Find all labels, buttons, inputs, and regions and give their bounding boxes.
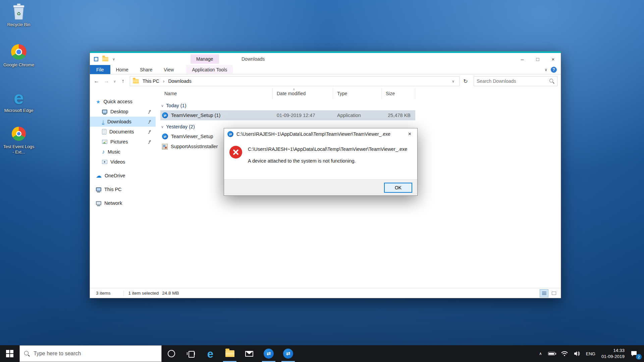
up-button[interactable]: ↑	[118, 76, 127, 86]
ok-button[interactable]: OK	[384, 183, 412, 193]
mail-icon	[245, 351, 253, 357]
sidebar-item-this-pc[interactable]: This PC	[90, 184, 156, 194]
sidebar-item-label: Videos	[110, 159, 125, 165]
properties-icon[interactable]	[94, 57, 98, 61]
minimize-button[interactable]: –	[515, 53, 530, 65]
sidebar-item-desktop[interactable]: Desktop	[90, 107, 156, 117]
customize-qat-chevron-icon[interactable]: ∨	[112, 57, 115, 61]
error-icon	[229, 146, 242, 159]
chevron-down-icon: ∨	[161, 104, 164, 108]
language-indicator[interactable]: ENG	[583, 345, 598, 362]
close-button[interactable]: ×	[545, 53, 561, 65]
videos-icon	[102, 160, 107, 164]
dialog-close-icon[interactable]: ×	[402, 128, 417, 140]
desktop-icon-microsoft-edge[interactable]: e Microsoft Edge	[3, 89, 35, 113]
column-header-label: Date modified	[277, 91, 306, 96]
dialog-titlebar: ⇄ C:\Users\RAJESH~1\AppData\Local\Temp\T…	[224, 128, 417, 140]
hidden-icons-chevron-icon[interactable]: ∧	[536, 345, 545, 362]
tab-view[interactable]: View	[158, 65, 179, 74]
quick-access-toolbar: ∨	[90, 57, 115, 61]
onedrive-cloud-icon: ☁	[96, 173, 102, 179]
desktop-icon-google-chrome[interactable]: Google Chrome	[3, 44, 35, 68]
taskbar-clock[interactable]: 14:33 01-09-2019	[598, 345, 628, 362]
selection-count: 1 item selected	[128, 291, 159, 296]
teamviewer-icon: ⇄	[264, 349, 274, 359]
teamviewer-button-2[interactable]: ⇄	[278, 345, 298, 362]
breadcrumb-this-pc[interactable]: This PC	[141, 78, 161, 84]
cortana-button[interactable]	[162, 345, 181, 362]
item-count: 3 items	[96, 291, 111, 296]
pin-icon	[148, 140, 152, 144]
taskbar-search-input[interactable]	[34, 351, 157, 357]
battery-icon[interactable]	[545, 345, 558, 362]
task-view-button[interactable]	[181, 345, 201, 362]
documents-icon	[102, 129, 106, 134]
file-name: SupportAssistInstaller	[171, 144, 218, 149]
mail-button[interactable]	[239, 345, 259, 362]
column-header-name[interactable]: Name	[160, 88, 273, 99]
status-bar: 3 items 1 item selected 24.8 MB	[90, 288, 561, 298]
wifi-icon[interactable]	[558, 345, 571, 362]
column-header-type[interactable]: Type	[333, 88, 382, 99]
column-headers: Name ∧ Date modified Type Size	[160, 88, 561, 99]
file-name: TeamViewer_Setup (1)	[171, 113, 220, 118]
breadcrumb[interactable]: This PC › Downloads ∨	[130, 76, 460, 86]
address-dropdown-chevron-icon[interactable]: ∨	[450, 79, 457, 83]
breadcrumb-separator-icon[interactable]: ›	[163, 78, 165, 84]
action-center-button[interactable]: 2	[628, 345, 642, 362]
teamviewer-button-1[interactable]: ⇄	[259, 345, 278, 362]
sidebar-item-onedrive[interactable]: ☁ OneDrive	[90, 171, 156, 181]
taskbar-search-box[interactable]	[19, 345, 162, 362]
manage-tab-group-label[interactable]: Manage	[191, 54, 219, 64]
sidebar-item-network[interactable]: Network	[90, 198, 156, 208]
sidebar-item-videos[interactable]: Videos	[90, 157, 156, 167]
large-icons-view-button[interactable]	[549, 289, 558, 297]
breadcrumb-downloads[interactable]: Downloads	[167, 78, 193, 84]
help-icon[interactable]: ?	[551, 67, 557, 73]
window-title: Downloads	[241, 53, 265, 65]
tab-file[interactable]: File	[90, 65, 110, 74]
start-button[interactable]	[0, 345, 19, 362]
recent-locations-chevron-icon[interactable]: ∨	[112, 76, 117, 86]
desktop-icon	[102, 110, 107, 114]
maximize-button[interactable]: □	[530, 53, 545, 65]
desktop-icon-recycle-bin[interactable]: ♻ Recycle Bin	[3, 3, 35, 27]
details-view-button[interactable]	[540, 289, 548, 297]
file-row-teamviewer-setup-1[interactable]: ⇄ TeamViewer_Setup (1) 01-09-2019 12:47 …	[160, 110, 415, 120]
chevron-down-icon: ∨	[161, 125, 164, 129]
dialog-body: C:\Users\RAJESH~1\AppData\Local\Temp\Tea…	[224, 140, 417, 179]
large-icons-view-icon	[552, 292, 556, 295]
sort-ascending-icon: ∧	[293, 88, 295, 91]
expand-ribbon-icon[interactable]: ∨	[541, 67, 551, 72]
column-header-size[interactable]: Size	[382, 88, 415, 99]
navigation-pane: ★ Quick access Desktop ↓ Downloads Docum…	[90, 88, 156, 288]
tab-application-tools[interactable]: Application Tools	[186, 65, 233, 74]
dialog-path-text: C:\Users\RAJESH~1\AppData\Local\Temp\Tea…	[248, 146, 407, 152]
window-controls: – □ ×	[515, 53, 561, 65]
edge-button[interactable]: e	[201, 345, 220, 362]
search-icon[interactable]	[549, 79, 554, 84]
back-button[interactable]: ←	[92, 76, 101, 86]
tab-share[interactable]: Share	[134, 65, 158, 74]
new-folder-icon[interactable]	[102, 57, 108, 61]
sidebar-item-documents[interactable]: Documents	[90, 127, 156, 137]
desktop-icon-test-event-logs[interactable]: Test Event Logs - Ext...	[3, 125, 35, 155]
sidebar-item-pictures[interactable]: Pictures	[90, 137, 156, 147]
file-explorer-button[interactable]	[220, 345, 239, 362]
sidebar-item-label: This PC	[104, 187, 122, 192]
pin-icon	[148, 110, 152, 114]
network-icon	[96, 201, 101, 205]
explorer-search-input[interactable]	[477, 78, 547, 84]
refresh-icon[interactable]: ↻	[461, 76, 471, 86]
tab-home[interactable]: Home	[110, 65, 134, 74]
sidebar-item-downloads[interactable]: ↓ Downloads	[90, 117, 156, 127]
column-header-date-modified[interactable]: ∧ Date modified	[273, 88, 333, 99]
sidebar-item-quick-access[interactable]: ★ Quick access	[90, 97, 156, 107]
forward-button[interactable]: →	[102, 76, 111, 86]
explorer-search-box[interactable]	[474, 76, 557, 86]
volume-icon[interactable]	[571, 345, 583, 362]
group-header-today[interactable]: ∨ Today (1)	[160, 101, 561, 110]
file-type: Application	[333, 113, 382, 118]
system-tray: ∧ ENG 14:33 01-09-2019 2	[536, 345, 644, 362]
sidebar-item-music[interactable]: ♪ Music	[90, 147, 156, 157]
